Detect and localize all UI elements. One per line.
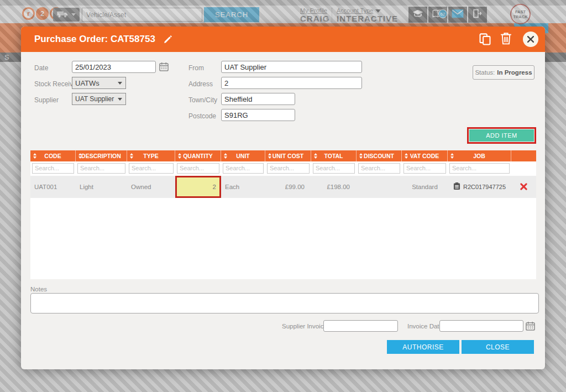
supplier-invoice-input[interactable] [323, 320, 398, 332]
column-header-total[interactable]: TOTAL [311, 150, 357, 161]
search-quantity-input[interactable] [177, 163, 219, 174]
chevron-down-icon [118, 98, 122, 101]
delete-row-button[interactable] [511, 176, 536, 198]
column-header-unit-cost[interactable]: UNIT COST [265, 150, 311, 161]
job-number[interactable]: R2C017947725 [463, 184, 506, 190]
invoice-date-label: Invoice Date [407, 323, 443, 330]
copy-icon[interactable] [478, 32, 492, 49]
search-vat-code-input[interactable] [403, 163, 446, 174]
supplier-label: Supplier [34, 96, 59, 104]
table-header-row: CODE DESCRIPTION TYPE QUANTITY UNIT UNIT… [30, 150, 536, 161]
postcode-label: Postcode [188, 112, 216, 120]
from-label: From [188, 64, 204, 72]
search-total-input[interactable] [313, 163, 355, 174]
invoice-date-input[interactable] [439, 320, 523, 332]
supplier-invoice-label: Supplier Invoice [282, 323, 327, 330]
column-header-job[interactable]: JOB [448, 150, 511, 161]
invoice-calendar-icon[interactable] [526, 321, 535, 333]
sort-icon[interactable] [450, 153, 454, 159]
chevron-down-icon [118, 82, 122, 85]
column-header-code[interactable]: CODE [30, 150, 76, 161]
edit-pencil-icon[interactable] [163, 35, 172, 44]
row-quantity-highlighted[interactable]: 2 [175, 176, 221, 198]
row-type: Owned [127, 176, 175, 198]
row-job[interactable]: R2C017947725 [448, 176, 511, 198]
column-header-actions [511, 150, 536, 161]
column-header-discount[interactable]: DISCOUNT [357, 150, 402, 161]
address-input[interactable] [221, 77, 362, 89]
modal-header: Purchase Order: CAT58753 [21, 27, 545, 52]
row-description: Light [76, 176, 127, 198]
calendar-icon[interactable] [159, 62, 169, 74]
sort-icon[interactable] [78, 153, 82, 159]
search-discount-input[interactable] [358, 163, 400, 174]
from-input[interactable] [221, 61, 362, 73]
sort-icon[interactable] [224, 153, 227, 159]
sort-icon[interactable] [130, 153, 133, 159]
postcode-input[interactable] [221, 109, 295, 121]
column-header-type[interactable]: TYPE [127, 150, 175, 161]
search-description-input[interactable] [77, 163, 125, 174]
row-discount [357, 176, 402, 198]
search-unit-cost-input[interactable] [267, 163, 310, 174]
row-unit: Each [221, 176, 265, 198]
search-type-input[interactable] [129, 163, 174, 174]
notes-label: Notes [30, 286, 47, 292]
purchase-order-modal: Purchase Order: CAT58753 Date Stock Rece… [21, 27, 545, 369]
add-item-button[interactable]: ADD ITEM [469, 129, 534, 142]
supplier-select[interactable]: UAT Supplier [72, 93, 126, 105]
date-input[interactable] [72, 61, 156, 73]
sort-icon[interactable] [33, 153, 36, 159]
row-vat-code: Standard [402, 176, 448, 198]
search-code-input[interactable] [32, 163, 74, 174]
town-city-input[interactable] [221, 93, 295, 105]
screen: S r 2 c SEARCH My Profile CRAIG Account … [0, 0, 566, 392]
search-unit-input[interactable] [223, 163, 264, 174]
column-header-vat-code[interactable]: VAT CODE [402, 150, 448, 161]
sort-icon[interactable] [314, 153, 317, 159]
status-badge: Status: In Progress [473, 65, 534, 80]
row-total: £198.00 [311, 176, 357, 198]
sort-icon[interactable] [405, 153, 408, 159]
close-button[interactable]: CLOSE [462, 340, 534, 354]
column-header-quantity[interactable]: QUANTITY [175, 150, 221, 161]
date-label: Date [34, 64, 48, 72]
status-value: In Progress [497, 69, 532, 76]
search-job-input[interactable] [449, 163, 510, 174]
town-city-label: Town/City [188, 96, 217, 104]
authorise-button[interactable]: AUTHORISE [387, 340, 459, 354]
column-header-description[interactable]: DESCRIPTION [76, 150, 127, 161]
delete-x-icon[interactable] [520, 183, 527, 191]
stock-receiver-select[interactable]: UATWs [72, 77, 126, 89]
column-header-unit[interactable]: UNIT [221, 150, 265, 161]
sort-icon[interactable] [268, 153, 271, 159]
items-table: CODE DESCRIPTION TYPE QUANTITY UNIT UNIT… [30, 150, 536, 279]
modal-title: Purchase Order: CAT58753 [34, 34, 155, 45]
close-icon[interactable] [523, 32, 538, 47]
row-unit-cost: £99.00 [265, 176, 311, 198]
address-label: Address [188, 80, 213, 88]
notes-textarea[interactable] [30, 293, 539, 313]
clipboard-icon [453, 182, 460, 191]
table-search-row [30, 161, 536, 175]
table-row[interactable]: UAT001 Light Owned 2 Each £99.00 £198.00… [30, 176, 536, 198]
sort-icon[interactable] [178, 153, 181, 159]
sort-icon[interactable] [359, 153, 363, 159]
trash-icon[interactable] [500, 32, 512, 48]
row-code: UAT001 [30, 176, 76, 198]
